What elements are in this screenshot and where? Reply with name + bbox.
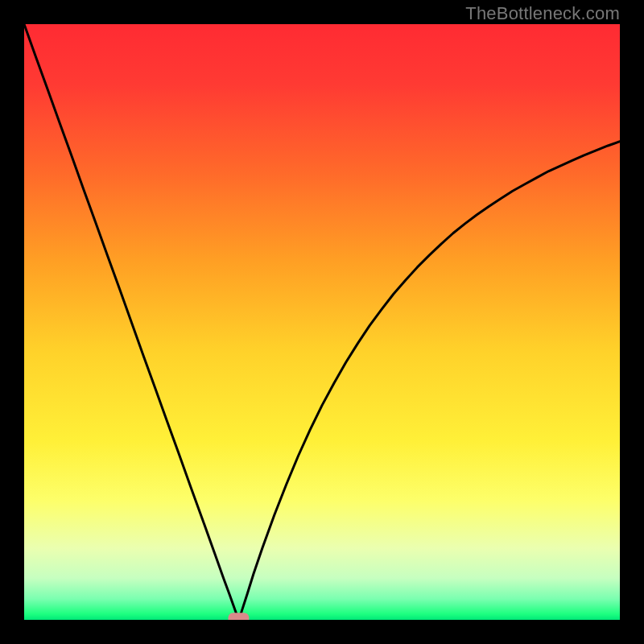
chart-container: TheBottleneck.com [0,0,644,644]
notch-marker [228,613,249,620]
watermark-text: TheBottleneck.com [465,3,620,24]
gradient-background [24,24,620,620]
chart-svg [24,24,620,620]
plot-area [24,24,620,620]
